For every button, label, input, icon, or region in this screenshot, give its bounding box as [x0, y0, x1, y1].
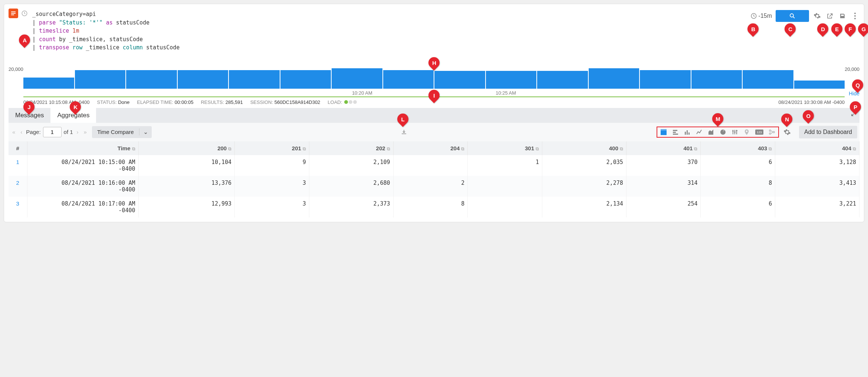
last-page-icon[interactable]: »: [82, 129, 88, 135]
settings-icon[interactable]: N: [783, 128, 792, 137]
bar-v-icon[interactable]: [684, 129, 691, 135]
logs-mode-icon[interactable]: [9, 9, 18, 18]
histogram-bar[interactable]: [486, 71, 537, 89]
histogram-bar[interactable]: [178, 70, 228, 89]
first-page-icon[interactable]: «: [11, 129, 17, 135]
table-cell: 2,278: [542, 176, 627, 197]
x-tick: 10:25 AM: [496, 90, 516, 96]
download-icon[interactable]: L: [400, 128, 408, 137]
copy-icon[interactable]: ⧉: [387, 146, 390, 151]
sankey-icon[interactable]: [769, 129, 775, 135]
page-input[interactable]: [43, 127, 62, 137]
table-cell: 12,993: [138, 197, 235, 217]
copy-icon[interactable]: ⧉: [461, 146, 464, 151]
y-axis-right: 20,000: [845, 66, 859, 72]
boxplot-icon[interactable]: [731, 129, 738, 135]
histogram-bar[interactable]: [23, 78, 74, 89]
chart-type-selector: 123 M: [657, 127, 779, 138]
add-to-dashboard-button[interactable]: Add to Dashboard O: [799, 126, 857, 138]
results-table: #Time⧉200⧉201⧉202⧉204⧉301⧉400⧉401⧉403⧉40…: [9, 141, 859, 217]
time-range-value: -15m: [759, 13, 772, 19]
histogram[interactable]: 20,000 20,000 H Hide Q: [9, 68, 859, 89]
histogram-bar[interactable]: [332, 68, 382, 89]
table-cell: 13,376: [138, 176, 235, 197]
copy-icon[interactable]: ⧉: [536, 146, 539, 151]
column-header[interactable]: 204⧉: [393, 141, 468, 155]
table-cell: 2,680: [309, 176, 393, 197]
copy-icon[interactable]: ⧉: [620, 146, 623, 151]
histogram-bar[interactable]: [126, 70, 177, 89]
area-icon[interactable]: [708, 129, 714, 135]
callout-m: M: [716, 115, 720, 122]
gear-icon[interactable]: [813, 12, 822, 20]
table-view-icon[interactable]: [660, 129, 667, 135]
column-header[interactable]: 401⧉: [626, 141, 701, 155]
callout-j: J: [27, 104, 30, 110]
pager: « ‹ Page: of 1 › »: [11, 127, 88, 137]
copy-icon[interactable]: ⧉: [769, 146, 772, 151]
table-cell: 10,104: [138, 155, 235, 176]
more-icon[interactable]: [851, 12, 859, 20]
histogram-bar[interactable]: [640, 70, 691, 89]
share-icon[interactable]: [825, 12, 834, 20]
pie-icon[interactable]: [720, 129, 726, 135]
search-button[interactable]: [776, 10, 809, 22]
time-range-bar[interactable]: I: [23, 96, 845, 97]
histogram-bar[interactable]: [75, 70, 126, 89]
prev-page-icon[interactable]: ‹: [19, 129, 24, 135]
svg-rect-0: [11, 12, 16, 12]
column-header[interactable]: 404⧉: [775, 141, 859, 155]
column-header[interactable]: 201⧉: [235, 141, 309, 155]
history-icon[interactable]: [20, 9, 29, 18]
copy-icon[interactable]: ⧉: [228, 146, 231, 151]
callout-h: H: [432, 59, 436, 66]
histogram-bar[interactable]: [537, 71, 588, 89]
histogram-bar[interactable]: [691, 70, 742, 89]
table-cell: 2: [393, 176, 468, 197]
copy-icon[interactable]: ⧉: [853, 146, 856, 151]
column-header[interactable]: 202⧉: [309, 141, 393, 155]
histogram-bar[interactable]: [229, 70, 280, 89]
histogram-bar[interactable]: [743, 70, 793, 89]
column-header[interactable]: 403⧉: [701, 141, 775, 155]
column-header[interactable]: 400⧉: [542, 141, 627, 155]
svg-point-20: [769, 130, 771, 131]
table-cell: 8: [393, 197, 468, 217]
copy-icon[interactable]: ⧉: [303, 146, 306, 151]
query-text: _sourceCategory=: [32, 11, 86, 17]
callout-g: G: [861, 26, 866, 32]
table-cell: 08/24/2021 10:17:00 AM-0400: [27, 197, 138, 217]
table-cell: 6: [701, 155, 775, 176]
line-icon[interactable]: [696, 129, 703, 135]
column-header[interactable]: 301⧉: [468, 141, 542, 155]
single-value-icon[interactable]: 123: [755, 130, 763, 135]
time-compare-button[interactable]: Time Compare ⌄: [92, 126, 152, 138]
map-pin-icon[interactable]: [743, 129, 750, 135]
svg-point-7: [854, 15, 856, 17]
histogram-bar[interactable]: [794, 81, 845, 89]
svg-rect-10: [661, 129, 667, 131]
copy-icon[interactable]: ⧉: [132, 146, 135, 151]
column-header[interactable]: #: [9, 141, 27, 155]
svg-rect-14: [685, 132, 686, 135]
table-cell: [468, 176, 542, 197]
column-header[interactable]: 200⧉: [138, 141, 235, 155]
table-cell: 1: [468, 155, 542, 176]
histogram-bar[interactable]: [434, 71, 485, 89]
table-cell: [393, 155, 468, 176]
next-page-icon[interactable]: ›: [75, 129, 80, 135]
bar-h-icon[interactable]: [672, 129, 679, 135]
histogram-bar[interactable]: [383, 70, 434, 89]
table-row: 108/24/2021 10:15:00 AM-040010,10492,109…: [9, 155, 859, 176]
query-editor[interactable]: _sourceCategory=api | parse "Status: '*'…: [32, 9, 747, 53]
column-header[interactable]: Time⧉: [27, 141, 138, 155]
callout-q: Q: [855, 82, 860, 88]
histogram-bar[interactable]: [589, 68, 640, 89]
save-icon[interactable]: [838, 12, 847, 20]
histogram-bar[interactable]: [280, 70, 331, 89]
table-cell: 370: [626, 155, 701, 176]
clock-icon: [750, 13, 757, 19]
svg-rect-11: [673, 130, 677, 131]
time-range-picker[interactable]: -15m: [750, 13, 772, 19]
copy-icon[interactable]: ⧉: [694, 146, 697, 151]
